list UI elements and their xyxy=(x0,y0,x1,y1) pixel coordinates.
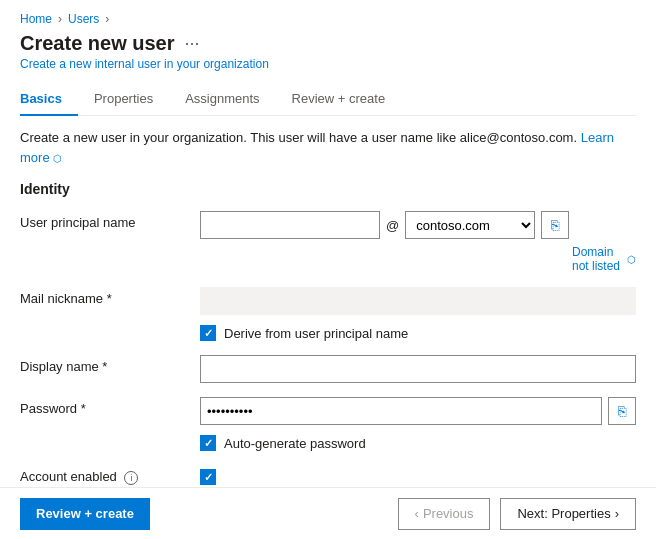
review-create-button[interactable]: Review + create xyxy=(20,498,150,530)
mail-nickname-field: Derive from user principal name xyxy=(200,287,636,341)
footer: Review + create ‹ Previous Next: Propert… xyxy=(0,487,656,539)
upn-field: @ contoso.com ⎘ Domain not listed ⬡ xyxy=(200,211,636,273)
breadcrumb: Home › Users › xyxy=(20,12,636,26)
chevron-left-icon: ‹ xyxy=(415,506,419,521)
page-title-row: Create new user ··· xyxy=(20,32,636,55)
tab-properties[interactable]: Properties xyxy=(78,83,169,116)
upn-input[interactable] xyxy=(200,211,380,239)
display-name-label: Display name * xyxy=(20,355,200,374)
previous-button[interactable]: ‹ Previous xyxy=(398,498,491,530)
display-name-row: Display name * xyxy=(20,355,636,383)
tabs-nav: Basics Properties Assignments Review + c… xyxy=(20,83,636,116)
breadcrumb-sep2: › xyxy=(105,12,109,26)
tab-review-create[interactable]: Review + create xyxy=(276,83,402,116)
mail-nickname-display xyxy=(200,287,636,315)
more-options-icon[interactable]: ··· xyxy=(185,33,200,54)
page-subtitle: Create a new internal user in your organ… xyxy=(20,57,636,71)
password-row: Password * ⎘ Auto-generate password xyxy=(20,397,636,451)
derive-label: Derive from user principal name xyxy=(224,326,408,341)
domain-select[interactable]: contoso.com xyxy=(405,211,535,239)
password-input-row: ⎘ xyxy=(200,397,636,425)
identity-section-title: Identity xyxy=(20,181,636,197)
derive-checkbox[interactable] xyxy=(200,325,216,341)
password-field: ⎘ Auto-generate password xyxy=(200,397,636,451)
page-title: Create new user xyxy=(20,32,175,55)
account-enabled-label: Account enabled i xyxy=(20,465,200,485)
description-text: Create a new user in your organization. … xyxy=(20,130,577,145)
derive-checkbox-row: Derive from user principal name xyxy=(200,325,636,341)
next-button[interactable]: Next: Properties › xyxy=(500,498,636,530)
copy-upn-icon[interactable]: ⎘ xyxy=(541,211,569,239)
autogenerate-label: Auto-generate password xyxy=(224,436,366,451)
domain-external-icon: ⬡ xyxy=(627,254,636,265)
autogenerate-checkbox-row: Auto-generate password xyxy=(200,435,636,451)
password-label: Password * xyxy=(20,397,200,416)
display-name-field xyxy=(200,355,636,383)
breadcrumb-users[interactable]: Users xyxy=(68,12,99,26)
upn-label: User principal name xyxy=(20,211,200,230)
upn-input-row: @ contoso.com ⎘ xyxy=(200,211,636,239)
form-description: Create a new user in your organization. … xyxy=(20,128,636,167)
account-enabled-checkbox[interactable] xyxy=(200,469,216,485)
account-enabled-info-icon[interactable]: i xyxy=(124,471,138,485)
account-enabled-field xyxy=(200,465,636,485)
chevron-right-icon: › xyxy=(615,506,619,521)
upn-row: User principal name @ contoso.com ⎘ Doma… xyxy=(20,211,636,273)
display-name-input[interactable] xyxy=(200,355,636,383)
autogenerate-checkbox[interactable] xyxy=(200,435,216,451)
at-symbol: @ xyxy=(386,218,399,233)
domain-not-listed-link[interactable]: Domain not listed ⬡ xyxy=(572,245,636,273)
breadcrumb-home[interactable]: Home xyxy=(20,12,52,26)
breadcrumb-sep1: › xyxy=(58,12,62,26)
mail-nickname-label: Mail nickname * xyxy=(20,287,200,306)
external-link-icon: ⬡ xyxy=(53,153,62,164)
tab-assignments[interactable]: Assignments xyxy=(169,83,275,116)
password-input[interactable] xyxy=(200,397,602,425)
tab-basics[interactable]: Basics xyxy=(20,83,78,116)
mail-nickname-row: Mail nickname * Derive from user princip… xyxy=(20,287,636,341)
copy-password-icon[interactable]: ⎘ xyxy=(608,397,636,425)
